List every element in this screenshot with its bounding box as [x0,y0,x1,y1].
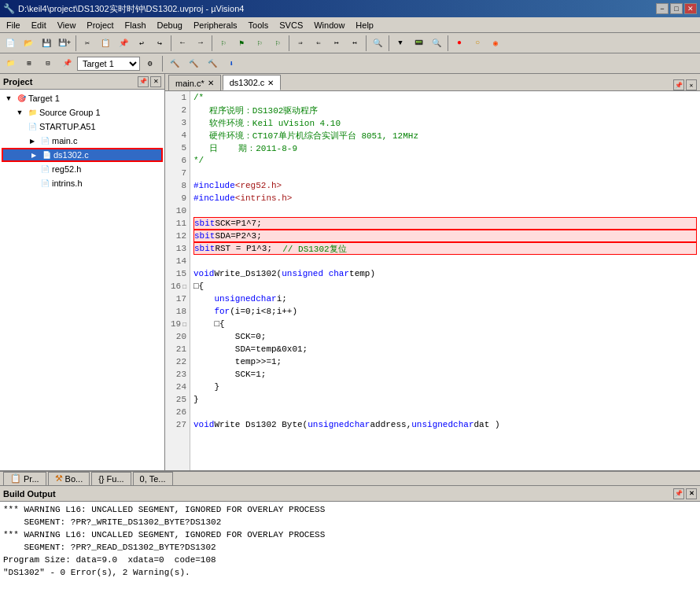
bookmark4-button[interactable]: ⚐ [269,35,286,52]
menu-project[interactable]: Project [82,19,118,31]
editor-pin-button[interactable]: 📌 [673,79,684,90]
main-layout: Project 📌 ✕ ▼ 🎯 Target 1 ▼ 📁 Source Grou… [0,74,700,470]
code-line-2: 程序说明：DS1302驱动程序 [193,104,697,116]
menu-debug[interactable]: Debug [153,19,187,31]
ln-22: 22 [165,355,190,368]
menu-help[interactable]: Help [351,19,378,31]
build-output-controls[interactable]: 📌 ✕ [673,488,697,499]
menu-svcs[interactable]: SVCS [274,19,308,31]
open-file-button[interactable]: 📂 [20,35,37,52]
ds1302c-expand-icon: ▶ [28,149,39,160]
build-output-close[interactable]: ✕ [686,488,697,499]
tree-reg52[interactable]: 📄 reg52.h [2,162,163,176]
indent-button[interactable]: ⇒ [292,35,309,52]
code-line-1: /* [193,91,697,104]
tree-ds1302-c[interactable]: ▶ 📄 ds1302.c [2,148,163,162]
menu-window[interactable]: Window [309,19,349,31]
redo-button[interactable]: ↪ [151,35,168,52]
tab-main-c-close[interactable]: ✕ [208,79,214,87]
build-all-button[interactable]: 🔨 [185,55,202,72]
code-line-3: 软件环境：Keil uVision 4.10 [193,116,697,129]
target-icon: 🎯 [16,93,27,104]
run-btn3[interactable]: ◉ [487,35,504,52]
code-line-15: void Write_Ds1302(unsigned char temp) [193,267,697,280]
ln-20: 20 [165,330,190,343]
code-line-14 [193,255,697,267]
tab-ds1302-c-close[interactable]: ✕ [267,79,274,87]
intrins-label: intrins.h [52,179,83,188]
code-line-27: void Write Ds1302 Byte( unsigned char ad… [193,418,697,431]
project-tree: ▼ 🎯 Target 1 ▼ 📁 Source Group 1 📄 STARTU… [0,90,164,470]
bookmark3-button[interactable]: ⚐ [251,35,268,52]
ln-25: 25 [165,393,190,406]
nav-forward-button[interactable]: → [192,35,209,52]
editor-tab-controls: 📌 ✕ [670,79,700,90]
bottom-tab-templates[interactable]: 0, Te... [133,472,173,486]
tree-intrins[interactable]: 📄 intrins.h [2,176,163,190]
menu-view[interactable]: View [53,19,81,31]
menu-tools[interactable]: Tools [244,19,274,31]
bottom-tab-build[interactable]: ⚒ Bo... [48,472,90,486]
menu-edit[interactable]: Edit [27,19,51,31]
code-line-16: □{ [193,280,697,293]
ln-19: 19 [165,318,190,330]
rebuild-button[interactable]: 🔨 [204,55,221,72]
run-btn2[interactable]: ○ [469,35,486,52]
paste-button[interactable]: 📌 [115,35,132,52]
title-bar-controls[interactable]: − □ ✕ [656,3,697,14]
project-header-controls[interactable]: 📌 ✕ [138,76,161,87]
code-content[interactable]: /* 程序说明：DS1302驱动程序 软件环境：Keil uVision 4.1… [190,91,700,470]
tree-main-c[interactable]: ▶ 📄 main.c [2,134,163,148]
view-options-button[interactable]: ▼ [392,35,409,52]
find-button[interactable]: 🔍 [369,35,386,52]
ln-23: 23 [165,368,190,381]
pin-button[interactable]: 📌 [58,55,76,72]
download-button[interactable]: ⬇ [223,55,240,72]
build-button[interactable]: 🔨 [166,55,183,72]
separator3 [212,35,212,51]
search-button[interactable]: 🔍 [428,35,445,52]
ln-12: 12 [165,230,190,242]
project-view-button[interactable]: 📁 [2,55,19,72]
editor-close-button[interactable]: ✕ [686,79,697,90]
nav-back-button[interactable]: ← [174,35,191,52]
outdent-button[interactable]: ⇐ [310,35,327,52]
output-line-2: SEGMENT: ?PR?_WRITE_DS1302_BYTE?DS1302 [3,516,697,528]
maximize-button[interactable]: □ [670,3,683,14]
tree-source-group[interactable]: ▼ 📁 Source Group 1 [2,105,163,120]
tab-main-c[interactable]: main.c* ✕ [168,75,221,90]
ln-4: 4 [165,129,190,142]
bottom-tab-functions[interactable]: {} Fu... [91,472,131,486]
bookmark2-button[interactable]: ⚑ [233,35,250,52]
tab-ds1302-c[interactable]: ds1302.c ✕ [223,75,282,90]
build-output-pin[interactable]: 📌 [673,488,684,499]
menu-peripherals[interactable]: Peripherals [189,19,242,31]
grid-button[interactable]: ⊞ [20,55,38,72]
minimize-button[interactable]: − [656,3,669,14]
menu-file[interactable]: File [2,19,25,31]
device-button[interactable]: 📟 [410,35,427,52]
bottom-tab-project[interactable]: 📋 Pr... [3,472,46,486]
app-icon: 🔧 [3,3,15,14]
tree-startup[interactable]: 📄 STARTUP.A51 [2,120,163,134]
save-button[interactable]: 💾 [38,35,55,52]
tree-target[interactable]: ▼ 🎯 Target 1 [2,91,163,105]
project-panel-pin[interactable]: 📌 [138,76,149,87]
new-file-button[interactable]: 📄 [2,35,19,52]
undo-button[interactable]: ↩ [133,35,150,52]
outdent2-button[interactable]: ↤ [346,35,363,52]
run-stop-button[interactable]: ● [451,35,468,52]
output-line-3: *** WARNING L16: UNCALLED SEGMENT, IGNOR… [3,528,697,541]
menu-flash[interactable]: Flash [120,19,151,31]
grid2-button[interactable]: ⊟ [39,55,57,72]
save-all-button[interactable]: 💾+ [56,35,73,52]
settings-button[interactable]: ⚙ [142,55,159,72]
indent2-button[interactable]: ↦ [328,35,345,52]
close-button[interactable]: ✕ [684,3,697,14]
project-panel-close[interactable]: ✕ [150,76,161,87]
bookmark1-button[interactable]: ⚐ [215,35,232,52]
target-select[interactable]: Target 1 [77,57,140,71]
cut-button[interactable]: ✂ [79,35,96,52]
copy-button[interactable]: 📋 [97,35,114,52]
code-line-26 [193,406,697,418]
